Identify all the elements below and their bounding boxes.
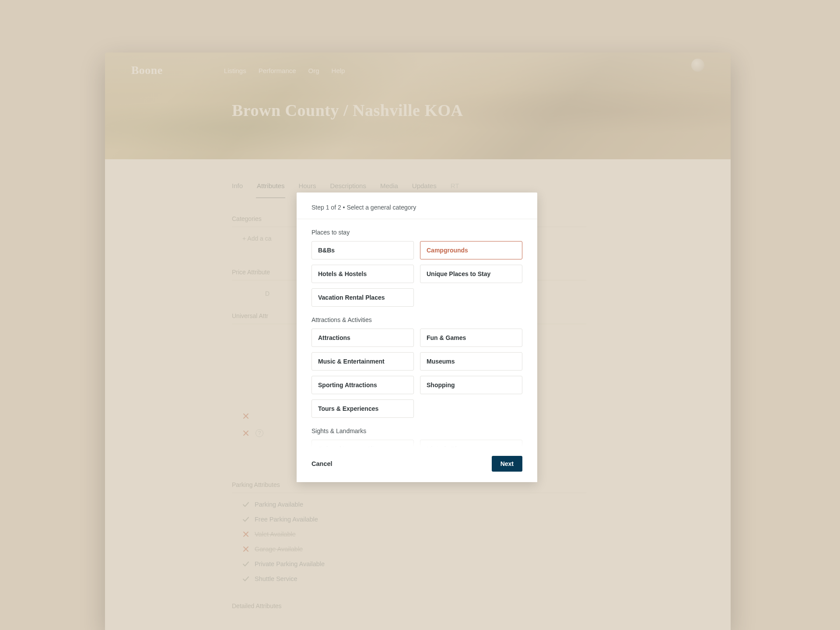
parking-attr-label: Free Parking Available [255,516,318,523]
parking-attr-row[interactable]: Shuttle Service [242,575,586,582]
category-modal: Step 1 of 2 • Select a general category … [297,192,537,482]
category-chip[interactable]: Unique Places to Stay [420,265,522,283]
section-detailed-attributes: Detailed Attributes [232,602,586,609]
category-chip[interactable]: Tours & Experiences [312,399,414,418]
category-group-title: Sights & Landmarks [312,427,522,434]
divider [232,493,586,493]
user-avatar[interactable] [691,59,704,72]
parking-attr-label: Private Parking Available [255,560,325,567]
category-chip[interactable]: Music & Entertainment [312,352,414,371]
tab-descriptions[interactable]: Descriptions [330,182,366,190]
category-chip[interactable]: Hotels & Hostels [312,265,414,283]
category-group-title: Attractions & Activities [312,316,522,323]
category-chip-grid: AttractionsFun & GamesMusic & Entertainm… [312,329,522,418]
parking-attributes-block: Parking Attributes Parking AvailableFree… [232,481,586,613]
category-group-title: Places to stay [312,229,522,236]
check-icon [242,575,249,582]
question-icon: ? [256,429,263,437]
category-chip[interactable]: Attractions [312,329,414,347]
parking-attr-row[interactable]: Valet Available [242,531,586,538]
category-chip[interactable]: Vacation Rental Places [312,288,414,307]
parking-attr-label: Parking Available [255,501,303,508]
x-icon [242,413,249,420]
category-chip[interactable]: Fun & Games [420,329,522,347]
x-icon [242,430,249,437]
nav-org[interactable]: Org [308,67,319,74]
tab-media[interactable]: Media [380,182,398,190]
check-icon [242,501,249,508]
tab-updates[interactable]: Updates [412,182,437,190]
nav-links: Listings Performance Org Help [224,67,345,74]
category-chip[interactable]: B&Bs [312,241,414,259]
tab-info[interactable]: Info [232,182,243,190]
parking-attr-row[interactable]: Free Parking Available [242,516,586,523]
parking-attr-label: Garage Available [255,546,303,553]
tab-hours[interactable]: Hours [298,182,316,190]
modal-body: Places to stayB&BsCampgroundsHotels & Ho… [297,219,537,447]
x-icon [242,531,249,538]
check-icon [242,516,249,523]
cancel-button[interactable]: Cancel [312,460,332,467]
brand-logo[interactable]: Boone [131,64,163,77]
section-parking-attributes: Parking Attributes [232,481,586,488]
category-chip[interactable]: Campgrounds [420,241,522,259]
parking-attr-row[interactable]: Parking Available [242,501,586,508]
add-category-link[interactable]: + Add a ca [242,235,272,242]
x-icon [242,546,249,553]
hero-banner: Boone Listings Performance Org Help Brow… [105,52,731,159]
top-nav: Boone Listings Performance Org Help [105,52,731,79]
parking-attr-row[interactable]: Garage Available [242,546,586,553]
nav-help[interactable]: Help [332,67,345,74]
parking-attr-label: Shuttle Service [255,575,298,582]
category-chip[interactable]: Shopping [420,376,522,394]
parking-attr-row[interactable]: Private Parking Available [242,560,586,567]
modal-footer: Cancel Next [297,447,537,482]
parking-attr-label: Valet Available [255,531,296,538]
category-chip-grid: Cultural Interest SitesHistoric Places [312,440,522,447]
page-title: Brown County / Nashville KOA [232,101,731,120]
modal-step-label: Step 1 of 2 • Select a general category [297,192,537,219]
next-button[interactable]: Next [492,456,522,472]
category-chip[interactable]: Historic Places [420,440,522,447]
nav-performance[interactable]: Performance [259,67,296,74]
tab-attributes[interactable]: Attributes [257,182,284,190]
category-chip[interactable]: Museums [420,352,522,371]
tab-rt: RT [451,182,459,190]
category-chip[interactable]: Sporting Attractions [312,376,414,394]
category-chip-grid: B&BsCampgroundsHotels & HostelsUnique Pl… [312,241,522,307]
check-icon [242,560,249,567]
category-chip[interactable]: Cultural Interest Sites [312,440,414,447]
nav-listings[interactable]: Listings [224,67,246,74]
